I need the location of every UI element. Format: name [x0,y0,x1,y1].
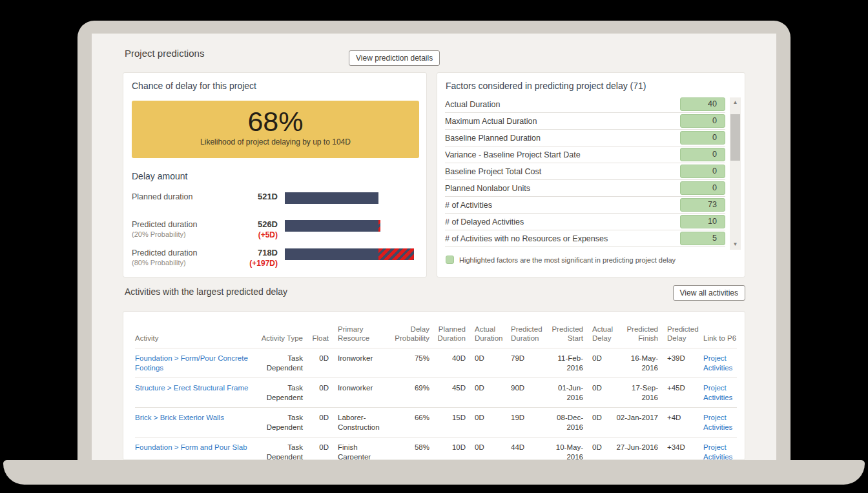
table-cell: 27-Jun-2016 [615,438,658,461]
table-cell: 0D [466,438,502,461]
table-cell: 01-Jun-2016 [543,378,583,408]
delay-bar-overrun-segment [378,220,380,232]
delay-bar-value-text: 521D [227,192,278,202]
table-cell: 16-May-2016 [615,348,658,378]
delay-bar-value: 718D(+197D) [227,248,285,268]
table-cell: 0D [466,408,502,438]
factors-scrollbar[interactable]: ▲ ▼ [730,97,741,250]
column-header-activity-type: Activity Type [251,312,303,348]
factor-row: Baseline Planned Duration0 [445,130,725,146]
delay-bar-solid-segment [285,220,378,232]
p6-link[interactable]: Project Activities [703,354,732,372]
table-cell: 44D [502,438,543,461]
table-cell: 10-May-2016 [543,438,583,461]
view-all-activities-button[interactable]: View all activities [673,285,745,301]
table-row: Foundation > Form/Pour Concrete Footings… [135,348,737,378]
table-cell: Finish Carpenter [329,438,387,461]
table-cell: 0D [583,408,615,438]
delay-bar-label-text: Planned duration [132,192,227,202]
scroll-down-icon[interactable]: ▼ [730,239,741,250]
table-cell: 45D [429,378,466,408]
factor-row: Actual Duration40 [445,96,725,113]
delay-bar-value: 526D(+5D) [227,219,285,240]
delay-bar-label-text: Predicted duration [132,248,227,258]
activity-link[interactable]: Structure > Erect Structural Frame [135,384,248,392]
view-prediction-details-button[interactable]: View prediction details [349,50,440,66]
table-cell: Project Activities [694,438,737,461]
column-header-delay-probability: Delay Probability [387,312,429,348]
table-cell: Laborer-Construction [329,408,387,438]
delay-bar-sublabel: (20% Probability) [132,230,227,239]
delay-bar-track [285,219,418,240]
factors-list: Actual Duration40Maximum Actual Duration… [445,96,725,247]
column-header-float: Float [303,312,329,348]
table-cell: +34D [658,438,694,461]
table-row: Brick > Brick Exterior WallsTask Depende… [135,408,737,438]
factor-value-badge: 0 [680,114,725,128]
table-cell: 0D [583,378,615,408]
table-cell: Ironworker [329,378,387,408]
table-row: Structure > Erect Structural FrameTask D… [135,378,737,408]
table-cell: Brick > Brick Exterior Walls [135,408,251,438]
delay-bar-row: Planned duration521D [132,192,418,212]
column-header-predicted-start: Predicted Start [543,312,583,348]
delay-amount-title: Delay amount [132,171,187,181]
delay-bar-label: Predicted duration(80% Probability) [132,248,227,268]
table-cell: Foundation > Form/Pour Concrete Footings [135,348,251,378]
table-cell: Project Activities [694,378,737,408]
table-cell: 0D [466,348,502,378]
column-header-predicted-delay: Predicted Delay [658,312,694,348]
table-cell: 0D [303,438,329,461]
factor-label: Actual Duration [445,100,500,109]
table-cell: 19D [502,408,543,438]
table-cell: 69% [387,378,429,408]
scrollbar-thumb[interactable] [730,114,740,161]
table-cell: 58% [387,438,429,461]
delay-bar-track [285,192,418,212]
factor-label: Baseline Planned Duration [445,134,541,143]
factor-row: Maximum Actual Duration0 [445,113,725,130]
laptop-base [3,460,865,485]
table-cell: 0D [303,348,329,378]
factor-row: # of Activities with no Resources or Exp… [445,230,725,247]
activities-table-card: ActivityActivity TypeFloatPrimary Resour… [123,311,745,460]
activity-link[interactable]: Brick > Brick Exterior Walls [135,414,224,421]
table-cell: 0D [583,438,615,461]
delay-bar-solid-segment [285,192,378,204]
table-cell: 66% [387,408,429,438]
scroll-up-icon[interactable]: ▲ [730,97,741,108]
p6-link[interactable]: Project Activities [703,443,732,460]
factor-value-badge: 73 [680,198,725,212]
table-cell: 75% [387,348,429,378]
delay-bar-value-text: 526D [227,219,278,230]
delay-bar-label-text: Predicted duration [132,219,227,230]
table-cell: 79D [502,348,543,378]
p6-link[interactable]: Project Activities [703,414,732,431]
delay-bar-delta: (+5D) [227,230,278,240]
factor-value-badge: 0 [680,181,725,195]
highlight-swatch-icon [446,256,454,264]
table-cell: 0D [583,348,615,378]
table-cell: Project Activities [694,408,737,438]
column-header-activity: Activity [135,312,251,348]
delay-bar-row: Predicted duration(20% Probability)526D(… [132,219,418,240]
factor-row: # of Delayed Activities10 [445,214,725,230]
factor-value-badge: 0 [680,131,725,145]
factor-label: Baseline Project Total Cost [445,167,541,176]
table-cell: 0D [303,378,329,408]
factor-value-badge: 5 [680,232,725,245]
factor-label: # of Activities [445,201,492,210]
activity-link[interactable]: Foundation > Form/Pour Concrete Footings [135,354,248,372]
column-header-actual-duration: Actual Duration [466,312,502,348]
delay-percent: 68% [132,106,419,137]
delay-bar-sublabel: (80% Probability) [132,258,227,268]
delay-bar-value: 521D [227,192,285,212]
chance-of-delay-card: Chance of delay for this project 68% Lik… [123,72,427,277]
table-cell: 11-Feb-2016 [543,348,583,378]
activity-link[interactable]: Foundation > Form and Pour Slab [135,443,247,451]
page-title: Project predictions [125,48,204,59]
column-header-planned-duration: Planned Duration [429,312,466,348]
delay-bar-delta: (+197D) [227,258,278,268]
p6-link[interactable]: Project Activities [703,384,732,401]
table-header-row: ActivityActivity TypeFloatPrimary Resour… [135,312,737,348]
